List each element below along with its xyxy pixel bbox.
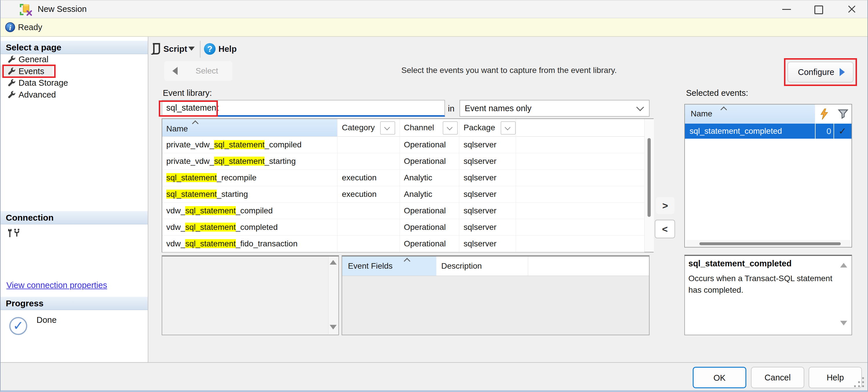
selected-events-table: Name sql_statement_completed 0 ✓	[684, 104, 852, 248]
table-row[interactable]: vdw_sql_statement_compiled Operational s…	[162, 203, 644, 219]
wrench-icon	[7, 56, 16, 64]
configure-annotation-box	[784, 58, 857, 86]
minimize-icon	[782, 9, 791, 10]
table-row[interactable]: vdw_sql_statement_fido_transaction Opera…	[162, 236, 644, 252]
sidebar-item-general[interactable]: General	[1, 54, 148, 65]
minimize-button[interactable]	[773, 0, 800, 18]
event-description-panel: sql_statement_completed Occurs when a Tr…	[684, 255, 852, 335]
chevron-down-icon	[384, 125, 390, 130]
cancel-button[interactable]: Cancel	[751, 367, 804, 388]
wrench-icon	[7, 91, 16, 99]
vertical-scrollbar[interactable]	[328, 257, 338, 334]
title-bar: New Session	[1, 0, 868, 18]
wrench-icon	[7, 79, 16, 87]
script-dropdown-icon[interactable]	[188, 46, 195, 51]
event-library-label: Event library:	[163, 88, 212, 98]
window-title: New Session	[38, 0, 87, 18]
help-button[interactable]: Help	[809, 367, 862, 388]
in-label: in	[448, 104, 455, 113]
progress-status: Done	[36, 315, 57, 325]
sort-asc-icon	[720, 106, 727, 113]
connection-icon	[6, 228, 20, 239]
horizontal-scrollbar[interactable]	[686, 240, 850, 247]
event-description-text: Occurs when a Transact-SQL statement has…	[688, 273, 833, 296]
sidebar-item-advanced[interactable]: Advanced	[1, 89, 148, 101]
events-annotation-box	[2, 65, 56, 78]
event-library-table: Name Category Channel Package private_vd…	[162, 119, 654, 253]
table-row[interactable]: sql_statement_starting execution Analyti…	[162, 186, 644, 203]
remove-event-button[interactable]: <	[655, 220, 675, 238]
instruction-text: Select the events you want to capture fr…	[350, 66, 669, 75]
connection-header: Connection	[1, 211, 148, 224]
search-match-highlight: sql_statement	[166, 190, 217, 199]
search-match-highlight: sql_statement	[214, 157, 265, 166]
category-filter-button[interactable]	[380, 121, 395, 135]
action-count: 0	[815, 124, 831, 139]
scope-value: Event names only	[465, 100, 532, 116]
status-bar: i Ready	[1, 18, 868, 37]
column-header-event-fields[interactable]: Event Fields	[342, 257, 436, 275]
add-event-button[interactable]: >	[656, 197, 675, 214]
scrollbar-thumb[interactable]	[648, 138, 651, 217]
event-name-title: sql_statement_completed	[688, 259, 792, 268]
back-arrow-icon	[173, 67, 178, 75]
search-match-highlight: sql_statement	[185, 206, 236, 215]
search-annotation-box	[159, 100, 218, 117]
table-row[interactable]: vdw_sql_statement_completed Operational …	[162, 219, 644, 236]
selected-event-row[interactable]: sql_statement_completed 0 ✓	[685, 124, 851, 139]
sidebar-item-data-storage[interactable]: Data Storage	[1, 77, 148, 89]
column-header-category[interactable]: Category	[342, 119, 375, 136]
table-row[interactable]: private_vdw_sql_statement_starting Opera…	[162, 153, 644, 170]
sidebar: Select a page General Events Data Storag…	[1, 37, 148, 363]
search-match-highlight: sql_statement	[185, 239, 236, 248]
select-nav-button[interactable]: Select	[164, 61, 232, 81]
script-button[interactable]: Script	[163, 41, 187, 57]
chevron-down-icon	[447, 125, 453, 130]
status-text: Ready	[18, 18, 42, 36]
lightning-icon[interactable]	[820, 108, 829, 120]
enabled-check-icon[interactable]: ✓	[834, 124, 851, 139]
channel-filter-button[interactable]	[443, 121, 458, 135]
help-icon: ?	[204, 43, 216, 55]
sort-asc-icon	[404, 258, 410, 265]
maximize-icon	[814, 5, 823, 14]
scroll-up-icon[interactable]	[330, 260, 337, 265]
search-scope-dropdown[interactable]: Event names only	[460, 100, 650, 117]
table-row[interactable]: sql_statement_recompile execution Analyt…	[162, 170, 644, 186]
selected-events-header: Name	[685, 104, 851, 124]
scrollbar-thumb[interactable]	[700, 242, 841, 245]
toolbar-help-button[interactable]: Help	[218, 41, 237, 57]
scroll-down-icon[interactable]	[330, 325, 337, 329]
select-a-page-header: Select a page	[1, 41, 148, 54]
column-header-channel[interactable]: Channel	[404, 119, 434, 136]
chevron-down-icon	[505, 125, 510, 130]
column-header-name[interactable]: Name	[162, 119, 337, 136]
ok-button[interactable]: OK	[693, 367, 746, 388]
scroll-up-icon[interactable]	[840, 263, 847, 267]
maximize-button[interactable]	[805, 0, 832, 18]
done-check-icon: ✓	[9, 317, 27, 335]
session-app-icon	[19, 3, 32, 16]
table-row[interactable]: private_vdw_sql_statement_compiled Opera…	[162, 137, 644, 153]
toolbar-separator	[200, 41, 200, 58]
scroll-down-icon[interactable]	[840, 321, 847, 325]
close-button[interactable]	[838, 0, 865, 18]
column-header-package[interactable]: Package	[464, 119, 495, 136]
event-detail-empty-panel	[162, 255, 339, 335]
selected-column-header-name[interactable]: Name	[685, 104, 815, 124]
selected-events-label: Selected events:	[686, 88, 748, 98]
progress-header: Progress	[1, 297, 148, 310]
event-fields-panel: Event Fields Description	[342, 255, 650, 335]
search-match-highlight: sql_statement	[214, 140, 265, 149]
vertical-scrollbar[interactable]	[644, 119, 654, 252]
script-icon	[150, 42, 161, 55]
filter-icon[interactable]	[838, 108, 848, 119]
search-match-highlight: sql_statement	[185, 223, 236, 232]
view-connection-properties-link[interactable]: View connection properties	[6, 281, 107, 290]
package-filter-button[interactable]	[501, 121, 516, 135]
info-icon: i	[5, 22, 15, 32]
sort-asc-icon	[192, 121, 199, 127]
footer-divider	[1, 362, 868, 363]
column-header-description[interactable]: Description	[441, 257, 482, 275]
chevron-down-icon	[636, 103, 644, 111]
